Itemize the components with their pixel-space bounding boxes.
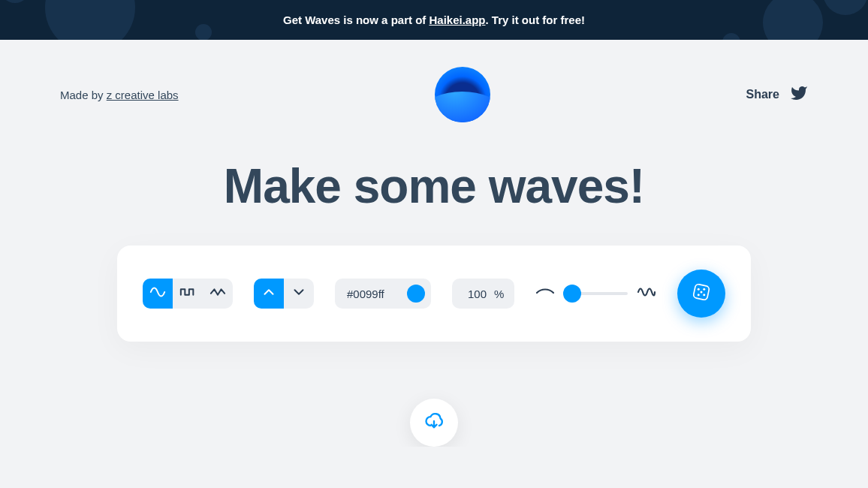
direction-down[interactable] (284, 279, 314, 309)
banner-link[interactable]: Haikei.app (429, 14, 485, 26)
chevron-down-icon (291, 284, 307, 303)
made-by-prefix: Made by (60, 89, 107, 101)
opacity-input[interactable] (463, 288, 487, 300)
slider-thumb[interactable] (563, 285, 581, 303)
svg-point-3 (701, 291, 703, 294)
complexity-slider-group (535, 286, 656, 301)
complex-wave-icon (637, 286, 656, 301)
promo-banner[interactable]: Get Waves is now a part of Haikei.app. T… (0, 0, 868, 40)
decorative-circle (195, 24, 212, 40)
wave-type-square[interactable] (173, 279, 203, 309)
made-by-link[interactable]: z creative labs (107, 89, 179, 101)
dice-icon (690, 281, 713, 306)
direction-up[interactable] (254, 279, 284, 309)
opacity-input-group: % (452, 279, 514, 309)
complexity-slider[interactable] (564, 292, 628, 295)
color-hex-input[interactable] (347, 288, 399, 300)
banner-suffix: . Try it out for free! (486, 14, 586, 26)
zigzag-wave-icon (209, 284, 226, 303)
svg-point-1 (698, 288, 700, 291)
cloud-download-icon (423, 411, 445, 435)
download-button[interactable] (410, 399, 458, 447)
sine-wave-icon (149, 284, 166, 303)
made-by: Made by z creative labs (60, 89, 179, 101)
header: Made by z creative labs Share (0, 40, 868, 122)
page-title: Make some waves! (0, 158, 868, 214)
color-swatch[interactable] (407, 285, 425, 303)
download-section (0, 399, 868, 447)
controls-panel: % (117, 246, 751, 342)
chevron-up-icon (261, 284, 277, 303)
app-logo (435, 67, 490, 122)
svg-point-2 (703, 288, 705, 291)
flat-wave-icon (535, 287, 555, 300)
wave-type-sine[interactable] (143, 279, 173, 309)
decorative-circle (722, 33, 740, 40)
decorative-circle (823, 0, 868, 15)
wave-type-segmented (143, 279, 233, 309)
wave-type-zigzag[interactable] (203, 279, 233, 309)
decorative-circle (0, 0, 30, 3)
decorative-circle (763, 0, 823, 40)
banner-prefix: Get Waves is now a part of (283, 14, 429, 26)
color-input-group (335, 279, 431, 309)
decorative-circle (45, 0, 135, 40)
randomize-button[interactable] (677, 270, 725, 318)
svg-point-4 (698, 294, 700, 296)
share-button[interactable]: Share (746, 84, 808, 105)
direction-segmented (254, 279, 314, 309)
opacity-unit: % (494, 288, 504, 300)
share-label: Share (746, 88, 779, 101)
square-wave-icon (179, 284, 196, 303)
twitter-icon (790, 84, 808, 105)
svg-point-5 (703, 294, 705, 296)
